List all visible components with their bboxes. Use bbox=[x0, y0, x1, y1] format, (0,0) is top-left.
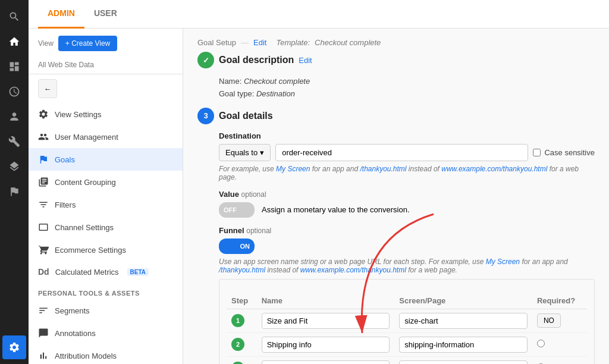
tab-user[interactable]: USER bbox=[84, 0, 127, 29]
sidebar-item-ecommerce-settings[interactable]: Ecommerce Settings bbox=[29, 239, 183, 261]
assign-label: Assign a monetary value to the conversio… bbox=[262, 205, 410, 214]
type-label: Goal type: bbox=[219, 89, 254, 98]
sidebar-item-segments[interactable]: Segments bbox=[29, 299, 183, 322]
destination-label: Destination bbox=[219, 131, 595, 140]
case-sensitive-checkbox[interactable] bbox=[533, 149, 541, 156]
clock-icon[interactable] bbox=[2, 80, 26, 103]
equals-value: Equals to bbox=[225, 148, 258, 157]
icon-bar bbox=[0, 0, 29, 364]
create-view-button[interactable]: + Create View bbox=[58, 36, 118, 51]
main-container: ADMIN USER View + Create View All Web Si… bbox=[29, 0, 609, 364]
sidebar-item-channel-settings[interactable]: Channel Settings bbox=[29, 216, 183, 239]
top-nav: ADMIN USER bbox=[29, 0, 609, 29]
case-sensitive-label: Case sensitive bbox=[544, 148, 595, 157]
goal-desc-detail: Name: Checkout complete Goal type: Desti… bbox=[219, 76, 595, 101]
edit-link-top[interactable]: Edit bbox=[253, 38, 266, 47]
dashboard-icon[interactable] bbox=[2, 55, 26, 79]
goal-desc-edit[interactable]: Edit bbox=[299, 56, 312, 65]
toggle-off-label: OFF bbox=[224, 206, 237, 214]
template-label: Template: bbox=[276, 38, 310, 47]
sidebar-item-attribution-models[interactable]: Attribution Models bbox=[29, 344, 183, 364]
funnel-label: Funnel optional bbox=[219, 226, 595, 235]
col-required: Required? bbox=[532, 293, 587, 309]
main-content: Goal Setup — Edit Template: Checkout com… bbox=[183, 29, 609, 364]
sidebar-item-annotations[interactable]: Annotations bbox=[29, 322, 183, 344]
view-label: View bbox=[38, 39, 54, 48]
col-name: Name bbox=[257, 293, 395, 309]
flag-bar-icon[interactable] bbox=[2, 180, 26, 203]
sidebar-item-label: Attribution Models bbox=[55, 352, 117, 360]
sidebar-item-label: Ecommerce Settings bbox=[55, 246, 126, 255]
layers-icon[interactable] bbox=[2, 155, 26, 178]
value-toggle[interactable]: OFF bbox=[219, 202, 255, 218]
funnel-screen-1[interactable] bbox=[399, 313, 528, 329]
sidebar-item-calculated-metrics[interactable]: Dd Calculated Metrics BETA bbox=[29, 261, 183, 283]
sidebar-item-view-settings[interactable]: View Settings bbox=[29, 103, 183, 125]
sidebar-item-user-management[interactable]: User Management bbox=[29, 125, 183, 148]
funnel-hint: Use an app screen name string or a web p… bbox=[219, 258, 595, 274]
goal-details-title-row: 3 Goal details bbox=[197, 108, 595, 124]
sidebar-item-label: Segments bbox=[55, 306, 90, 315]
funnel-screen-2[interactable] bbox=[399, 337, 528, 353]
col-screen: Screen/Page bbox=[394, 293, 532, 309]
tools-icon[interactable] bbox=[2, 130, 26, 153]
funnel-name-2[interactable] bbox=[262, 337, 390, 353]
sidebar-item-content-grouping[interactable]: Content Grouping bbox=[29, 171, 183, 193]
sidebar-header: View + Create View bbox=[29, 29, 183, 58]
funnel-screen-3[interactable] bbox=[399, 360, 528, 364]
funnel-toggle-row: ON bbox=[219, 239, 595, 254]
value-row: OFF Assign a monetary value to the conve… bbox=[219, 202, 595, 218]
value-field: Value optional OFF Assign a monetary val… bbox=[219, 190, 595, 218]
funnel-name-3[interactable] bbox=[262, 360, 390, 364]
sidebar-item-label: User Management bbox=[55, 133, 118, 142]
home-icon[interactable] bbox=[2, 30, 26, 54]
funnel-table: Step Name Screen/Page Required? 1 bbox=[227, 293, 587, 364]
step3-circle: 3 bbox=[197, 108, 214, 124]
funnel-toggle[interactable]: ON bbox=[219, 239, 255, 254]
person-icon[interactable] bbox=[2, 105, 26, 128]
tab-admin[interactable]: ADMIN bbox=[38, 0, 84, 29]
required-no-btn[interactable]: NO bbox=[537, 313, 561, 328]
equals-dropdown[interactable]: Equals to ▾ bbox=[219, 144, 271, 161]
funnel-name-1[interactable] bbox=[262, 313, 390, 329]
required-radio-2[interactable] bbox=[537, 340, 545, 347]
case-sensitive-row: Case sensitive bbox=[533, 148, 595, 157]
name-label: Name: bbox=[219, 77, 241, 86]
goal-description-section: ✓ Goal description Edit Name: Checkout c… bbox=[197, 52, 595, 101]
sidebar-item-label: Content Grouping bbox=[55, 178, 116, 187]
name-value: Checkout complete bbox=[244, 77, 310, 86]
goal-setup-label: Goal Setup bbox=[197, 38, 236, 47]
template-value: Checkout complete bbox=[315, 38, 381, 47]
funnel-table-box: Step Name Screen/Page Required? 1 bbox=[219, 279, 595, 364]
back-button[interactable]: ← bbox=[38, 79, 57, 98]
content-area: View + Create View All Web Site Data ← V… bbox=[29, 29, 609, 364]
value-label: Value optional bbox=[219, 190, 595, 199]
sidebar-item-goals[interactable]: Goals bbox=[29, 148, 183, 171]
goal-details-section: 3 Goal details Destination Equals to ▾ bbox=[197, 108, 595, 364]
step-num-2: 2 bbox=[231, 338, 244, 351]
col-step: Step bbox=[227, 293, 257, 309]
settings-bar-icon[interactable] bbox=[2, 335, 26, 359]
sidebar-item-label: View Settings bbox=[55, 110, 102, 119]
step2-circle: ✓ bbox=[197, 52, 214, 68]
destination-row: Equals to ▾ Case sensitive bbox=[219, 144, 595, 161]
step-num-3: 3 bbox=[231, 362, 244, 364]
type-value: Destination bbox=[256, 89, 295, 98]
destination-input[interactable] bbox=[275, 144, 528, 161]
sidebar-item-filters[interactable]: Filters bbox=[29, 193, 183, 216]
sidebar-account: All Web Site Data bbox=[29, 58, 183, 74]
destination-field: Destination Equals to ▾ Case sensitive bbox=[219, 131, 595, 181]
beta-badge: BETA bbox=[127, 268, 149, 276]
table-row: 2 bbox=[227, 332, 587, 356]
goal-desc-title-row: ✓ Goal description Edit bbox=[197, 52, 595, 68]
sidebar-section-label: PERSONAL TOOLS & ASSETS bbox=[29, 283, 183, 299]
sidebar-item-label: Annotations bbox=[55, 329, 96, 338]
step-num-1: 1 bbox=[231, 314, 244, 327]
value-optional: optional bbox=[241, 190, 266, 199]
funnel-field: Funnel optional ON Use an app screen nam… bbox=[219, 226, 595, 364]
table-row: 1 NO bbox=[227, 309, 587, 332]
sidebar: View + Create View All Web Site Data ← V… bbox=[29, 29, 183, 364]
sidebar-item-label: Channel Settings bbox=[55, 223, 114, 232]
toggle-on-label: ON bbox=[240, 243, 250, 250]
search-icon[interactable] bbox=[2, 5, 26, 29]
